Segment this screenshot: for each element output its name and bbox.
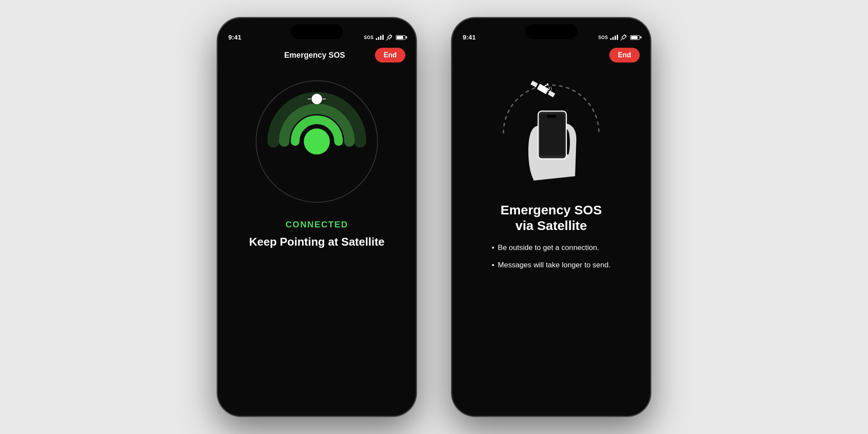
svg-point-4 — [391, 35, 392, 36]
svg-rect-3 — [382, 35, 384, 40]
satellite-instruction: Keep Pointing at Satellite — [236, 235, 398, 250]
svg-rect-0 — [376, 38, 377, 40]
svg-point-8 — [312, 94, 322, 104]
satellite-status-icon-2 — [620, 34, 627, 41]
radar-container: CONNECTED Keep Pointing at Satellite — [218, 68, 416, 416]
phone-frame-2: 9:41 SOS End — [451, 17, 651, 417]
svg-rect-2 — [380, 36, 381, 40]
phone-hand-illustration — [521, 102, 582, 181]
phone-screen-2: 9:41 SOS End — [452, 18, 650, 416]
status-icons-1: SOS — [364, 34, 405, 41]
svg-rect-13 — [615, 36, 616, 40]
svg-rect-24 — [547, 115, 556, 118]
svg-rect-12 — [612, 37, 614, 40]
end-button-2[interactable]: End — [609, 48, 640, 62]
sos-indicator-2: SOS — [598, 35, 608, 40]
nav-title-1: Emergency SOS — [284, 51, 345, 60]
battery-icon-2 — [630, 35, 640, 40]
power-button-2[interactable] — [650, 105, 651, 144]
svg-rect-23 — [540, 114, 565, 155]
svg-rect-11 — [610, 38, 612, 40]
power-button[interactable] — [416, 105, 417, 144]
svg-line-5 — [386, 39, 388, 40]
svg-rect-14 — [617, 35, 618, 40]
dynamic-island-2 — [525, 24, 577, 39]
bullet-item-1: Be outside to get a connection. — [492, 242, 611, 253]
satellite-status-icon-1 — [386, 34, 393, 41]
radar-visualization — [252, 76, 382, 207]
info-text-block: Emergency SOS via Satellite — [474, 194, 628, 233]
svg-point-15 — [625, 35, 626, 36]
dynamic-island-1 — [291, 24, 343, 39]
orbit-container — [490, 72, 612, 194]
phone-frame-1: 9:41 SOS — [217, 17, 417, 417]
sos-indicator-1: SOS — [364, 35, 374, 40]
signal-icon-2 — [610, 35, 618, 40]
connected-label: CONNECTED — [286, 220, 349, 230]
svg-rect-1 — [378, 37, 379, 40]
phone-screen-1: 9:41 SOS — [218, 18, 416, 416]
battery-icon-1 — [396, 35, 405, 40]
info-bullets-list: Be outside to get a connection. Messages… — [479, 233, 624, 285]
end-button-1[interactable]: End — [375, 48, 405, 62]
status-icons-2: SOS — [598, 34, 640, 41]
satellite-visual: Emergency SOS via Satellite Be outside t… — [452, 68, 650, 416]
svg-line-16 — [621, 39, 622, 40]
bullet-item-2: Messages will take longer to send. — [492, 260, 611, 271]
info-title: Emergency SOS via Satellite — [487, 202, 615, 233]
svg-point-7 — [304, 128, 330, 155]
signal-icon-1 — [376, 35, 384, 40]
svg-rect-18 — [530, 81, 538, 88]
